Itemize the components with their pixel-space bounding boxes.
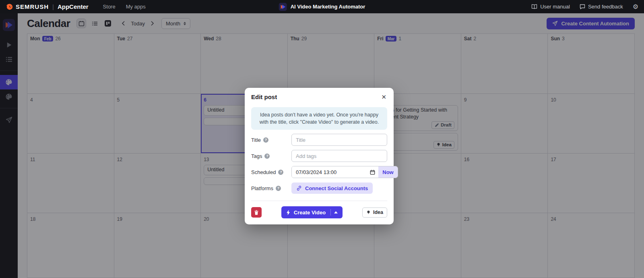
link-icon — [296, 185, 302, 191]
brand-suffix: AppCenter — [58, 3, 89, 10]
caret-up-icon[interactable] — [334, 211, 338, 214]
scheduled-field-row: Scheduled ? Now — [251, 166, 387, 178]
now-button[interactable]: Now — [378, 166, 398, 178]
title-field-row: Title ? — [251, 134, 387, 146]
modal-title: Edit post — [251, 93, 277, 100]
modal-footer: Create Video Idea — [251, 201, 387, 218]
tags-label: Tags — [251, 153, 262, 159]
lightbulb-icon — [366, 210, 371, 215]
platforms-field-row: Platforms ? Connect Social Accounts — [251, 182, 387, 194]
datepicker-calendar-icon[interactable] — [370, 166, 378, 178]
semrush-brand[interactable]: SEMRUSH | AppCenter — [6, 3, 89, 10]
tags-input[interactable] — [291, 150, 387, 162]
brand-name: SEMRUSH — [16, 3, 49, 10]
feedback-bubble-icon — [580, 4, 585, 9]
create-video-label: Create Video — [294, 210, 326, 216]
nav-store[interactable]: Store — [103, 4, 116, 10]
button-divider — [330, 209, 331, 216]
top-nav: Store My apps — [103, 4, 146, 10]
top-right-links: User manual Send feedback ⚙ — [531, 4, 638, 10]
tags-field-row: Tags ? — [251, 150, 387, 162]
help-icon[interactable]: ? — [263, 137, 268, 143]
edit-post-modal: Edit post ✕ Idea posts don't have a vide… — [245, 88, 394, 224]
nav-my-apps[interactable]: My apps — [126, 4, 146, 10]
user-manual-link[interactable]: User manual — [531, 4, 570, 10]
title-input[interactable] — [291, 134, 387, 146]
scheduled-label: Scheduled — [251, 169, 276, 175]
tags-label-group: Tags ? — [251, 153, 291, 159]
scheduled-input-group: Now — [291, 166, 398, 178]
semrush-logo-icon — [6, 3, 13, 10]
title-label: Title — [251, 137, 261, 143]
help-icon[interactable]: ? — [276, 186, 281, 191]
idea-status-button[interactable]: Idea — [362, 207, 387, 218]
lightning-icon — [286, 210, 291, 215]
app-logo-icon — [279, 3, 287, 11]
book-icon — [531, 4, 537, 9]
platforms-label-group: Platforms ? — [251, 185, 291, 191]
help-icon[interactable]: ? — [278, 170, 283, 175]
idea-status-label: Idea — [373, 210, 383, 215]
scheduled-label-group: Scheduled ? — [251, 169, 291, 175]
app-title: AI Video Marketing Automator — [291, 4, 365, 10]
connect-social-accounts-button[interactable]: Connect Social Accounts — [291, 183, 373, 194]
modal-header: Edit post ✕ — [251, 93, 387, 101]
app-title-group: AI Video Marketing Automator — [279, 0, 365, 13]
settings-gear-icon[interactable]: ⚙ — [633, 4, 638, 10]
platforms-label: Platforms — [251, 185, 273, 191]
delete-post-button[interactable] — [251, 207, 262, 218]
trash-icon — [254, 210, 259, 215]
connect-social-accounts-label: Connect Social Accounts — [305, 185, 368, 191]
title-label-group: Title ? — [251, 137, 291, 143]
close-icon[interactable]: ✕ — [380, 93, 387, 101]
user-manual-label: User manual — [540, 4, 570, 10]
idea-info-banner: Idea posts don't have a video yet. Once … — [251, 107, 387, 130]
send-feedback-label: Send feedback — [588, 4, 623, 10]
send-feedback-link[interactable]: Send feedback — [580, 4, 623, 10]
help-icon[interactable]: ? — [264, 154, 270, 159]
brand-separator: | — [52, 3, 54, 10]
create-video-button[interactable]: Create Video — [281, 206, 343, 218]
scheduled-datetime-input[interactable] — [292, 166, 370, 178]
top-bar: SEMRUSH | AppCenter Store My apps AI Vid… — [0, 0, 644, 13]
